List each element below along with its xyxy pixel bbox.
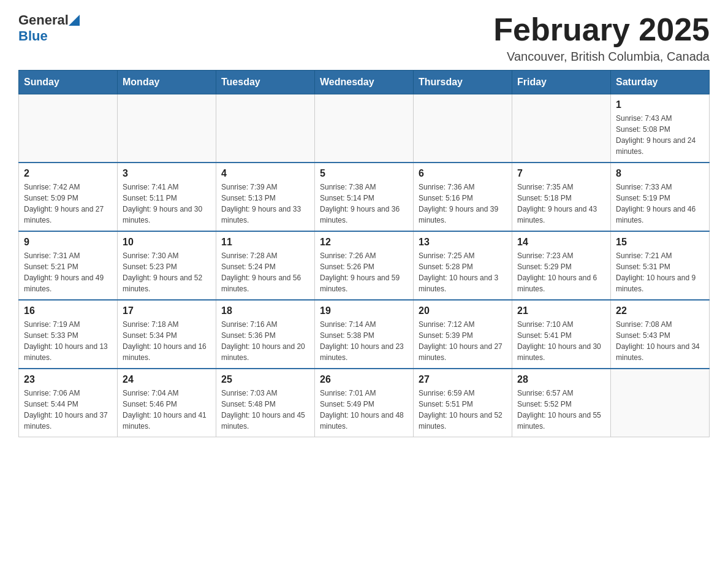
col-saturday: Saturday: [611, 71, 710, 94]
svg-marker-0: [69, 15, 80, 26]
table-row: 19Sunrise: 7:14 AM Sunset: 5:38 PM Dayli…: [315, 300, 414, 369]
day-info: Sunrise: 7:26 AM Sunset: 5:26 PM Dayligh…: [320, 250, 408, 294]
day-info: Sunrise: 7:28 AM Sunset: 5:24 PM Dayligh…: [221, 250, 309, 294]
col-friday: Friday: [512, 71, 611, 94]
page-header: General Blue February 2025 Vancouver, Br…: [18, 12, 710, 64]
table-row: 20Sunrise: 7:12 AM Sunset: 5:39 PM Dayli…: [414, 300, 512, 369]
day-info: Sunrise: 7:14 AM Sunset: 5:38 PM Dayligh…: [320, 319, 408, 363]
day-info: Sunrise: 7:03 AM Sunset: 5:48 PM Dayligh…: [221, 388, 309, 432]
day-info: Sunrise: 7:42 AM Sunset: 5:09 PM Dayligh…: [24, 182, 112, 226]
day-info: Sunrise: 7:38 AM Sunset: 5:14 PM Dayligh…: [320, 182, 408, 226]
day-info: Sunrise: 7:06 AM Sunset: 5:44 PM Dayligh…: [24, 388, 112, 432]
calendar-title: February 2025: [493, 12, 710, 47]
day-info: Sunrise: 7:35 AM Sunset: 5:18 PM Dayligh…: [517, 182, 605, 226]
table-row: 5Sunrise: 7:38 AM Sunset: 5:14 PM Daylig…: [315, 163, 414, 231]
day-info: Sunrise: 7:36 AM Sunset: 5:16 PM Dayligh…: [419, 182, 507, 226]
calendar-table: Sunday Monday Tuesday Wednesday Thursday…: [18, 70, 710, 437]
day-number: 13: [419, 237, 507, 248]
table-row: [611, 369, 710, 437]
table-row: 16Sunrise: 7:19 AM Sunset: 5:33 PM Dayli…: [19, 300, 118, 369]
table-row: 14Sunrise: 7:23 AM Sunset: 5:29 PM Dayli…: [512, 231, 611, 300]
table-row: 11Sunrise: 7:28 AM Sunset: 5:24 PM Dayli…: [216, 231, 315, 300]
day-info: Sunrise: 7:30 AM Sunset: 5:23 PM Dayligh…: [123, 250, 211, 294]
table-row: 18Sunrise: 7:16 AM Sunset: 5:36 PM Dayli…: [216, 300, 315, 369]
table-row: 8Sunrise: 7:33 AM Sunset: 5:19 PM Daylig…: [611, 163, 710, 231]
day-info: Sunrise: 7:25 AM Sunset: 5:28 PM Dayligh…: [419, 250, 507, 294]
day-number: 7: [517, 168, 605, 179]
day-number: 19: [320, 305, 408, 316]
table-row: 4Sunrise: 7:39 AM Sunset: 5:13 PM Daylig…: [216, 163, 315, 231]
day-info: Sunrise: 7:04 AM Sunset: 5:46 PM Dayligh…: [123, 388, 211, 432]
table-row: [512, 94, 611, 163]
logo-triangle-icon: [69, 15, 80, 26]
table-row: [118, 94, 216, 163]
calendar-subtitle: Vancouver, British Columbia, Canada: [493, 50, 710, 64]
day-number: 8: [616, 168, 704, 179]
logo: General Blue: [18, 12, 80, 44]
table-row: 2Sunrise: 7:42 AM Sunset: 5:09 PM Daylig…: [19, 163, 118, 231]
table-row: 17Sunrise: 7:18 AM Sunset: 5:34 PM Dayli…: [118, 300, 216, 369]
day-info: Sunrise: 6:57 AM Sunset: 5:52 PM Dayligh…: [517, 388, 605, 432]
col-sunday: Sunday: [19, 71, 118, 94]
logo-blue-text: Blue: [18, 28, 48, 44]
col-tuesday: Tuesday: [216, 71, 315, 94]
table-row: [315, 94, 414, 163]
day-info: Sunrise: 7:10 AM Sunset: 5:41 PM Dayligh…: [517, 319, 605, 363]
day-number: 25: [221, 374, 309, 385]
day-number: 11: [221, 237, 309, 248]
table-row: 24Sunrise: 7:04 AM Sunset: 5:46 PM Dayli…: [118, 369, 216, 437]
day-number: 14: [517, 237, 605, 248]
table-row: [414, 94, 512, 163]
day-number: 4: [221, 168, 309, 179]
day-number: 26: [320, 374, 408, 385]
day-info: Sunrise: 7:39 AM Sunset: 5:13 PM Dayligh…: [221, 182, 309, 226]
table-row: 13Sunrise: 7:25 AM Sunset: 5:28 PM Dayli…: [414, 231, 512, 300]
table-row: 22Sunrise: 7:08 AM Sunset: 5:43 PM Dayli…: [611, 300, 710, 369]
col-monday: Monday: [118, 71, 216, 94]
day-number: 18: [221, 305, 309, 316]
day-info: Sunrise: 7:18 AM Sunset: 5:34 PM Dayligh…: [123, 319, 211, 363]
table-row: 15Sunrise: 7:21 AM Sunset: 5:31 PM Dayli…: [611, 231, 710, 300]
calendar-header-row: Sunday Monday Tuesday Wednesday Thursday…: [19, 71, 710, 94]
day-info: Sunrise: 7:41 AM Sunset: 5:11 PM Dayligh…: [123, 182, 211, 226]
day-info: Sunrise: 6:59 AM Sunset: 5:51 PM Dayligh…: [419, 388, 507, 432]
table-row: 28Sunrise: 6:57 AM Sunset: 5:52 PM Dayli…: [512, 369, 611, 437]
day-info: Sunrise: 7:43 AM Sunset: 5:08 PM Dayligh…: [616, 113, 704, 157]
day-number: 22: [616, 305, 704, 316]
table-row: 25Sunrise: 7:03 AM Sunset: 5:48 PM Dayli…: [216, 369, 315, 437]
day-number: 24: [123, 374, 211, 385]
day-number: 9: [24, 237, 112, 248]
table-row: 26Sunrise: 7:01 AM Sunset: 5:49 PM Dayli…: [315, 369, 414, 437]
day-number: 10: [123, 237, 211, 248]
logo-general-text: General: [18, 12, 69, 28]
day-number: 12: [320, 237, 408, 248]
day-number: 16: [24, 305, 112, 316]
day-number: 27: [419, 374, 507, 385]
day-info: Sunrise: 7:08 AM Sunset: 5:43 PM Dayligh…: [616, 319, 704, 363]
day-info: Sunrise: 7:01 AM Sunset: 5:49 PM Dayligh…: [320, 388, 408, 432]
table-row: 27Sunrise: 6:59 AM Sunset: 5:51 PM Dayli…: [414, 369, 512, 437]
day-number: 1: [616, 99, 704, 110]
day-info: Sunrise: 7:33 AM Sunset: 5:19 PM Dayligh…: [616, 182, 704, 226]
col-wednesday: Wednesday: [315, 71, 414, 94]
day-number: 2: [24, 168, 112, 179]
day-number: 3: [123, 168, 211, 179]
table-row: 7Sunrise: 7:35 AM Sunset: 5:18 PM Daylig…: [512, 163, 611, 231]
day-number: 23: [24, 374, 112, 385]
table-row: 9Sunrise: 7:31 AM Sunset: 5:21 PM Daylig…: [19, 231, 118, 300]
day-number: 28: [517, 374, 605, 385]
table-row: 10Sunrise: 7:30 AM Sunset: 5:23 PM Dayli…: [118, 231, 216, 300]
day-number: 6: [419, 168, 507, 179]
day-number: 5: [320, 168, 408, 179]
day-number: 17: [123, 305, 211, 316]
col-thursday: Thursday: [414, 71, 512, 94]
title-area: February 2025 Vancouver, British Columbi…: [493, 12, 710, 64]
day-info: Sunrise: 7:21 AM Sunset: 5:31 PM Dayligh…: [616, 250, 704, 294]
table-row: [216, 94, 315, 163]
day-info: Sunrise: 7:19 AM Sunset: 5:33 PM Dayligh…: [24, 319, 112, 363]
day-number: 15: [616, 237, 704, 248]
day-info: Sunrise: 7:23 AM Sunset: 5:29 PM Dayligh…: [517, 250, 605, 294]
day-number: 21: [517, 305, 605, 316]
day-number: 20: [419, 305, 507, 316]
day-info: Sunrise: 7:16 AM Sunset: 5:36 PM Dayligh…: [221, 319, 309, 363]
